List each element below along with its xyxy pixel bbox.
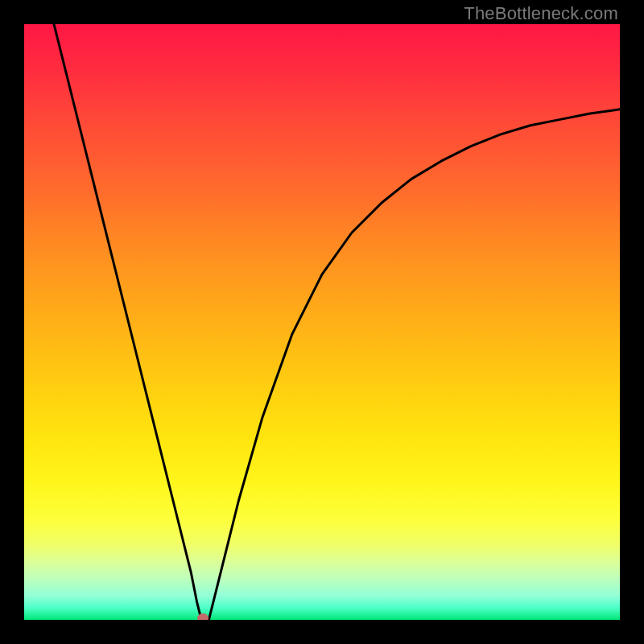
watermark-text: TheBottleneck.com <box>464 3 618 24</box>
chart-frame: TheBottleneck.com <box>0 0 644 644</box>
bottleneck-curve <box>24 24 620 620</box>
plot-area <box>24 24 620 620</box>
minimum-marker <box>197 613 208 620</box>
